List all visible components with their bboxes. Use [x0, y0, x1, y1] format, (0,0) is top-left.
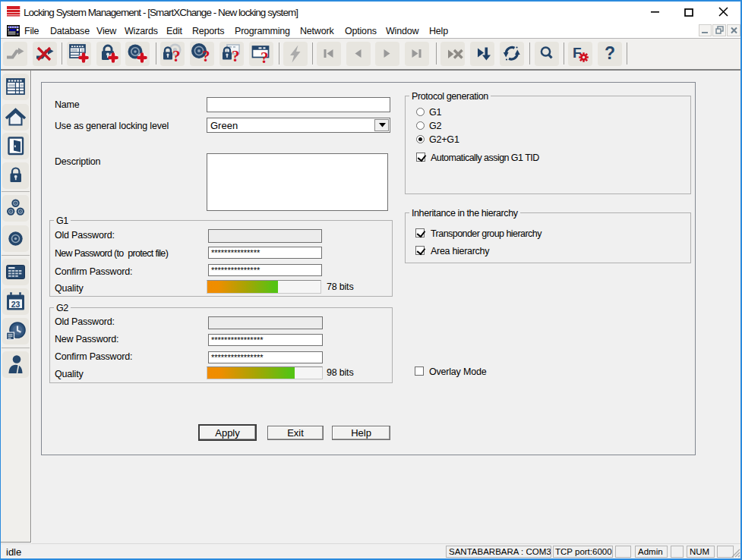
- svg-text:F: F: [573, 45, 582, 61]
- svg-text:?: ?: [260, 49, 269, 65]
- svg-text:?: ?: [232, 47, 240, 65]
- svg-text:?: ?: [605, 43, 615, 63]
- svg-text:?: ?: [202, 47, 210, 65]
- svg-text:23: 23: [11, 300, 21, 309]
- svg-text:?: ?: [172, 47, 181, 65]
